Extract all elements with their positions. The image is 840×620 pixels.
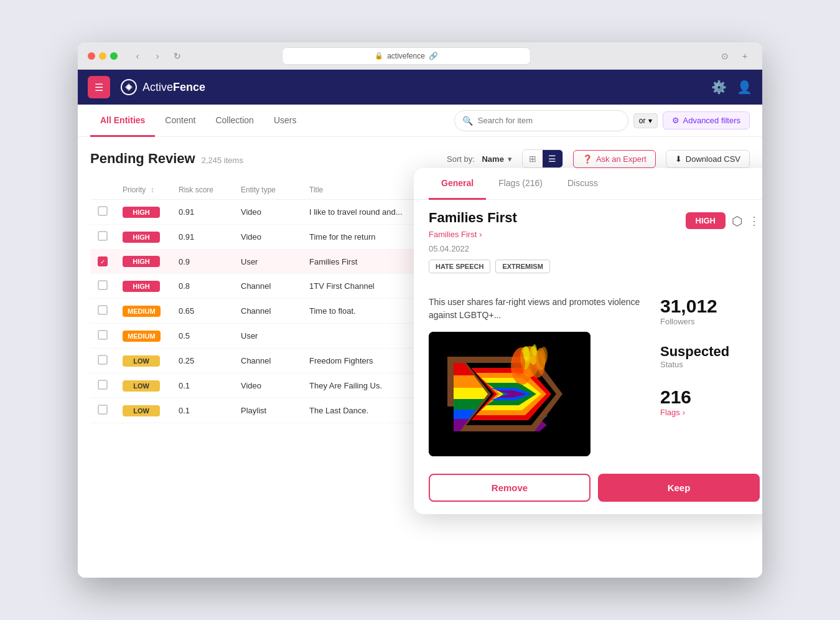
list-view-button[interactable]: ☰ xyxy=(543,150,562,167)
grid-view-button[interactable]: ⊞ xyxy=(523,150,543,167)
col-risk-score: Risk score xyxy=(171,181,233,200)
main-content: Pending Review 2,245 items Sort by: Name… xyxy=(78,137,762,578)
row-priority-cell: MEDIUM xyxy=(115,324,171,349)
row-checkbox[interactable] xyxy=(98,280,108,290)
detail-footer: Remove Keep xyxy=(414,474,762,502)
keep-button[interactable]: Keep xyxy=(598,474,760,502)
row-checkbox[interactable] xyxy=(98,330,108,340)
priority-badge: LOW xyxy=(123,405,160,416)
detail-tab-general[interactable]: General xyxy=(429,168,486,200)
page-title-area: Pending Review 2,245 items xyxy=(90,151,243,167)
row-entity-type-cell: Video xyxy=(233,373,302,398)
new-tab-button[interactable]: + xyxy=(737,49,752,63)
row-checkbox[interactable] xyxy=(98,380,108,390)
nav-right-icons: ⚙️ 👤 xyxy=(711,80,752,95)
tag-row: HATE SPEECH EXTREMISM xyxy=(429,260,760,273)
flags-chevron-icon: › xyxy=(683,408,685,417)
or-operator-button[interactable]: or ▾ xyxy=(633,113,658,128)
logo-icon xyxy=(120,78,138,96)
row-risk-cell: 0.1 xyxy=(171,373,233,398)
browser-actions: ⊙ + xyxy=(717,49,752,63)
remove-button[interactable]: Remove xyxy=(429,474,590,502)
translate-icon[interactable]: ⬡ xyxy=(732,214,742,228)
row-priority-cell: LOW xyxy=(115,349,171,373)
tab-all-entities[interactable]: All Entities xyxy=(90,105,155,137)
row-priority-cell: MEDIUM xyxy=(115,299,171,324)
ask-expert-button[interactable]: ❓ Ask an Expert xyxy=(573,150,656,168)
flags-link[interactable]: Flags › xyxy=(660,408,760,417)
status-label: Status xyxy=(660,360,760,369)
more-options-icon[interactable]: ⋮ xyxy=(749,214,760,228)
traffic-lights xyxy=(88,52,118,60)
priority-badge: HIGH xyxy=(123,281,160,292)
maximize-traffic-light[interactable] xyxy=(110,52,118,60)
user-profile-icon[interactable]: 👤 xyxy=(737,80,752,95)
sub-nav: All Entities Content Collection Users 🔍 … xyxy=(78,105,762,137)
col-check xyxy=(90,181,115,200)
user-account-button[interactable]: ⊙ xyxy=(717,49,732,63)
row-risk-cell: 0.25 xyxy=(171,349,233,373)
detail-header: Families First Families First › 05.04.20… xyxy=(414,200,762,273)
col-entity-type: Entity type xyxy=(233,181,302,200)
address-bar[interactable]: 🔒 activefence 🔗 xyxy=(282,47,531,65)
row-checkbox-cell xyxy=(90,299,115,324)
svg-point-1 xyxy=(127,85,131,89)
page-header: Pending Review 2,245 items Sort by: Name… xyxy=(90,149,750,168)
tab-content[interactable]: Content xyxy=(155,105,205,137)
search-input[interactable] xyxy=(478,116,620,125)
row-priority-cell: HIGH xyxy=(115,225,171,250)
detail-image xyxy=(429,332,590,456)
row-entity-type-cell: Channel xyxy=(233,274,302,299)
svg-point-28 xyxy=(513,350,525,375)
detail-tab-flags[interactable]: Flags (216) xyxy=(486,168,555,200)
row-risk-cell: 0.9 xyxy=(171,250,233,274)
minimize-traffic-light[interactable] xyxy=(99,52,106,60)
download-csv-button[interactable]: ⬇ Download CSV xyxy=(666,150,750,168)
tab-users[interactable]: Users xyxy=(264,105,307,137)
row-checkbox[interactable] xyxy=(98,231,108,241)
logo-text: ActiveFence xyxy=(142,81,205,94)
row-entity-type-cell: User xyxy=(233,324,302,349)
row-priority-cell: LOW xyxy=(115,398,171,423)
priority-badge: HIGH xyxy=(123,207,160,218)
col-priority[interactable]: Priority ↕ xyxy=(115,181,171,200)
back-button[interactable]: ‹ xyxy=(130,49,145,63)
detail-title-area: Families First Families First › 05.04.20… xyxy=(429,210,517,260)
expert-icon: ❓ xyxy=(582,154,592,164)
row-checkbox-cell xyxy=(90,398,115,423)
detail-content: This user shares far-right views and pro… xyxy=(414,283,762,469)
row-checkbox[interactable] xyxy=(98,305,108,315)
row-checkbox[interactable] xyxy=(98,405,108,415)
advanced-filters-button[interactable]: ⚙ Advanced filters xyxy=(663,111,750,129)
row-checkbox-cell xyxy=(90,349,115,373)
forward-button[interactable]: › xyxy=(150,49,165,63)
close-traffic-light[interactable] xyxy=(88,52,95,60)
browser-window: ‹ › ↻ 🔒 activefence 🔗 ⊙ + ☰ xyxy=(78,42,762,578)
row-entity-type-cell: Channel xyxy=(233,349,302,373)
pride-flag-svg xyxy=(429,332,590,456)
download-icon: ⬇ xyxy=(675,154,682,164)
detail-right-panel: 31,012 Followers Suspected Status 216 Fl… xyxy=(660,296,760,456)
search-area: 🔍 or ▾ ⚙ Advanced filters xyxy=(454,110,750,131)
row-checkbox[interactable] xyxy=(98,355,108,365)
lock-icon: 🔒 xyxy=(375,52,383,60)
priority-badge: HIGH xyxy=(123,256,160,267)
settings-icon[interactable]: ⚙️ xyxy=(711,80,727,95)
detail-entity-link[interactable]: Families First › xyxy=(429,230,517,239)
row-checkbox[interactable] xyxy=(98,206,108,216)
app-logo: ActiveFence xyxy=(120,78,205,96)
filter-icon: ⚙ xyxy=(672,116,679,125)
app-container: ☰ ActiveFence ⚙️ 👤 All Entities xyxy=(78,70,762,578)
row-checkbox-cell xyxy=(90,200,115,225)
view-toggle: ⊞ ☰ xyxy=(522,149,563,168)
row-checkbox[interactable]: ✓ xyxy=(98,256,108,266)
row-priority-cell: HIGH xyxy=(115,250,171,274)
tab-collection[interactable]: Collection xyxy=(205,105,263,137)
detail-date: 05.04.2022 xyxy=(429,244,517,253)
detail-tab-discuss[interactable]: Discuss xyxy=(555,168,610,200)
hate-speech-tag: HATE SPEECH xyxy=(429,260,490,273)
hamburger-menu-button[interactable]: ☰ xyxy=(88,76,110,98)
refresh-button[interactable]: ↻ xyxy=(170,49,185,63)
status-stat: Suspected Status xyxy=(660,344,760,369)
detail-actions: HIGH ⬡ ⋮ xyxy=(686,212,760,229)
